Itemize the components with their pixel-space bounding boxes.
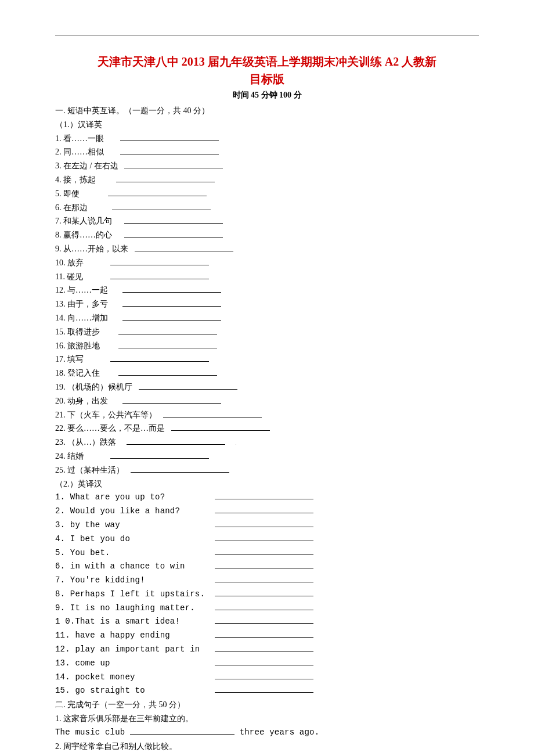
item-text: 10. 放弃	[55, 256, 104, 270]
answer-blank	[139, 381, 237, 390]
list-item: 13. 由于，多亏	[55, 297, 479, 311]
answer-blank	[122, 312, 221, 321]
spacer	[112, 366, 118, 380]
answer-blank	[215, 560, 313, 568]
answer-blank	[215, 671, 313, 679]
answer-blank	[215, 657, 313, 665]
answer-blank	[122, 298, 221, 307]
answer-blank	[215, 532, 313, 541]
item-text: 7. You're kidding!	[55, 574, 205, 588]
s2-q1-cn: 1. 这家音乐俱乐部是在三年前建立的。	[55, 712, 479, 726]
item-text: 24. 结婚	[55, 449, 104, 463]
answer-blank	[215, 491, 313, 499]
item-text: 5. You bet.	[55, 546, 205, 560]
item-text: 2. Would you like a hand?	[55, 505, 205, 519]
answer-blank	[118, 326, 217, 334]
item-text: 13. come up	[55, 657, 205, 671]
list-item: 8. Perhaps I left it upstairs.	[55, 588, 479, 602]
spacer	[205, 505, 215, 519]
spacer	[104, 449, 110, 463]
list-item: 1. 看……一眼	[55, 132, 479, 146]
top-rule	[55, 35, 479, 35]
list-item: 19. （机场的）候机厅	[55, 380, 479, 394]
spacer	[205, 491, 215, 505]
spacer	[205, 615, 215, 629]
item-text: 15. 取得进步	[55, 325, 112, 339]
list-item: 10. 放弃	[55, 256, 479, 270]
list-item: 14. pocket money	[55, 671, 479, 685]
list-item: 4. 接，拣起	[55, 173, 479, 187]
spacer	[205, 643, 215, 657]
answer-blank	[130, 726, 234, 735]
list-item: 21. 下（火车，公共汽车等）	[55, 408, 479, 422]
spacer	[103, 270, 110, 284]
english-to-chinese-list: 1. What are you up to? 2. Would you like…	[55, 491, 479, 698]
spacer	[205, 671, 215, 685]
item-text: 9. It is no laughing matter.	[55, 602, 205, 615]
item-text: 20. 动身，出发	[55, 394, 116, 408]
spacer	[118, 228, 125, 242]
answer-blank	[163, 409, 262, 417]
s2-q1-en: The music club three years ago.	[55, 726, 479, 740]
list-item: 11. have a happy ending	[55, 629, 479, 643]
item-text: 5. 即使	[55, 187, 102, 201]
item-text: 19. （机场的）候机厅	[55, 380, 132, 394]
answer-blank	[124, 215, 223, 224]
answer-blank	[122, 284, 221, 293]
title-line-2: 目标版	[250, 73, 284, 85]
item-text: 13. 由于，多亏	[55, 297, 116, 311]
item-text: 15. go straight to	[55, 684, 205, 698]
list-item: 15. go straight to	[55, 684, 479, 698]
spacer	[205, 560, 215, 574]
spacer	[205, 588, 215, 602]
answer-blank	[215, 505, 313, 513]
spacer	[116, 394, 122, 408]
list-item: 20. 动身，出发	[55, 394, 479, 408]
item-text: 12. play an important part in	[55, 643, 205, 657]
list-item: 15. 取得进步	[55, 325, 479, 339]
answer-blank	[116, 174, 215, 182]
answer-blank	[110, 271, 209, 279]
spacer	[124, 463, 131, 477]
answer-blank	[215, 602, 313, 610]
spacer	[157, 408, 163, 422]
list-item: 25. 过（某种生活）	[55, 463, 479, 477]
spacer	[116, 297, 122, 311]
list-item: 9. 从……开始，以来	[55, 242, 479, 256]
item-text: 6. in with a chance to win	[55, 560, 205, 574]
spacer	[118, 214, 125, 228]
spacer	[116, 311, 122, 325]
list-item: 24. 结婚	[55, 449, 479, 463]
answer-blank	[171, 422, 270, 431]
list-item: 22. 要么……要么，不是…而是	[55, 422, 479, 435]
spacer	[114, 132, 121, 146]
answer-blank	[120, 132, 219, 141]
document-subtitle: 时间 45 分钟 100 分	[55, 90, 479, 100]
item-text: 1 0.That is a smart idea!	[55, 615, 205, 629]
title-line-1: 天津市天津八中 2013 届九年级英语上学期期末冲关训练 A2 人教新	[98, 55, 436, 68]
item-text: 14. pocket money	[55, 671, 205, 685]
list-item: 3. by the way	[55, 519, 479, 532]
item-text: 6. 在那边	[55, 201, 106, 215]
item-text: 2. 同……相似	[55, 145, 114, 159]
answer-blank	[118, 367, 217, 376]
spacer	[112, 339, 118, 353]
answer-blank	[215, 588, 313, 596]
item-text: 7. 和某人说几句	[55, 214, 118, 228]
spacer	[110, 173, 117, 187]
spacer	[205, 684, 215, 698]
answer-blank	[215, 546, 313, 555]
spacer	[120, 435, 127, 449]
item-text: 1. What are you up to?	[55, 491, 205, 505]
spacer	[165, 422, 171, 435]
item-text: 8. Perhaps I left it upstairs.	[55, 588, 205, 602]
s2-q2-cn: 2. 周宇经常拿自己和别人做比较。	[55, 740, 479, 754]
spacer	[118, 159, 125, 173]
list-item: 2. Would you like a hand?	[55, 505, 479, 519]
list-item: 18. 登记入住	[55, 366, 479, 380]
spacer	[106, 201, 113, 215]
part-1-label: （1.）汉译英	[55, 118, 479, 132]
stray-mark: .	[225, 441, 237, 447]
list-item: 3. 在左边 / 在右边	[55, 159, 479, 173]
item-text: 11. 碰见	[55, 270, 103, 284]
